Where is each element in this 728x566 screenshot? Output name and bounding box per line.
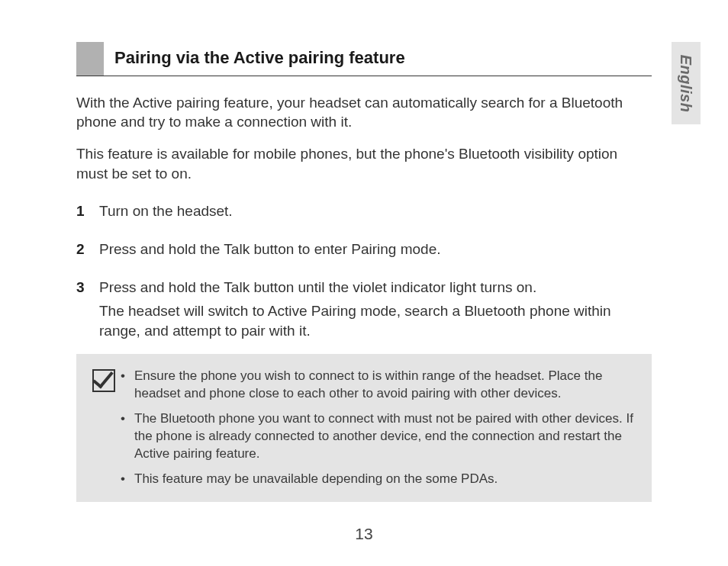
intro-paragraph: With the Active pairing feature, your he… [76, 93, 652, 132]
step-number: 3 [76, 278, 99, 341]
note-box: • Ensure the phone you wish to connect t… [76, 354, 652, 502]
step-text: Press and hold the Talk button to enter … [99, 240, 652, 259]
section-heading: Pairing via the Active pairing feature [114, 42, 405, 76]
step-number: 2 [76, 240, 99, 264]
language-tab: English [672, 42, 701, 124]
note-item: • Ensure the phone you wish to connect t… [121, 368, 638, 403]
note-text: This feature may be unavailable dependin… [134, 471, 638, 488]
bullet-icon: • [121, 368, 134, 403]
step-number: 1 [76, 201, 99, 226]
note-icon-wrap [87, 368, 121, 488]
language-tab-label: English [676, 54, 697, 112]
note-text: Ensure the phone you wish to connect to … [134, 368, 638, 403]
bullet-icon: • [121, 471, 134, 488]
step-secondary-text: The headset will switch to Active Pairin… [99, 301, 652, 340]
note-text: The Bluetooth phone you want to connect … [134, 410, 638, 463]
step-item: 1 Turn on the headset. [76, 201, 652, 226]
step-text: Turn on the headset. [99, 201, 652, 221]
section-heading-row: Pairing via the Active pairing feature [76, 42, 652, 76]
note-list: • Ensure the phone you wish to connect t… [121, 368, 638, 488]
note-item: • This feature may be unavailable depend… [121, 471, 638, 488]
checkmark-icon [92, 369, 115, 392]
bullet-icon: • [121, 410, 134, 463]
heading-accent-block [76, 42, 104, 76]
page-number: 13 [0, 523, 728, 545]
step-item: 2 Press and hold the Talk button to ente… [76, 240, 652, 264]
step-item: 3 Press and hold the Talk button until t… [76, 278, 652, 341]
step-text: Press and hold the Talk button until the… [99, 278, 652, 297]
steps-list: 1 Turn on the headset. 2 Press and hold … [76, 201, 652, 340]
intro-paragraph: This feature is available for mobile pho… [76, 144, 652, 183]
note-item: • The Bluetooth phone you want to connec… [121, 410, 638, 463]
